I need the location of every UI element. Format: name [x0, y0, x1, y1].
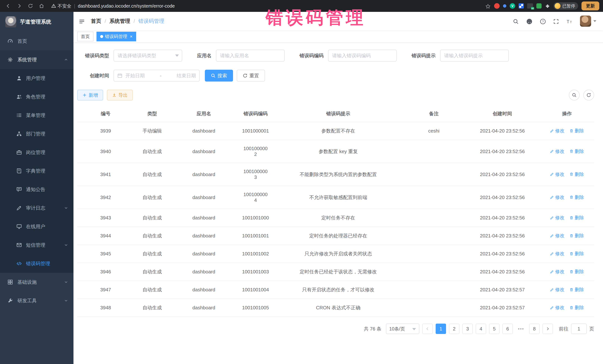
delete-link[interactable]: 删除 — [569, 171, 584, 177]
export-button[interactable]: 导出 — [107, 90, 133, 100]
edit-link[interactable]: 修改 — [550, 194, 564, 200]
address-bar[interactable]: 不安全 | dashboard.yudao.iocoder.cn/system/… — [51, 3, 483, 9]
user-menu[interactable] — [580, 16, 596, 27]
error-type-select-input[interactable] — [114, 50, 182, 62]
cell-message: 参数配置 key 重复 — [274, 140, 403, 163]
sidebar-item-sms-management[interactable]: 短信管理 — [0, 236, 73, 254]
forward-icon[interactable] — [15, 1, 24, 10]
app-name-input[interactable] — [216, 50, 285, 62]
reload-icon[interactable] — [26, 1, 35, 10]
breadcrumb-system[interactable]: 系统管理 — [109, 18, 130, 25]
edit-link[interactable]: 修改 — [550, 251, 564, 257]
page-button[interactable]: 8 — [529, 324, 540, 334]
sidebar-item-post-management[interactable]: 岗位管理 — [0, 143, 73, 162]
search-button[interactable]: 搜索 — [205, 70, 233, 82]
edit-link[interactable]: 修改 — [550, 215, 564, 221]
error-message-input[interactable] — [440, 50, 509, 62]
edit-link[interactable]: 修改 — [550, 232, 564, 239]
sidebar-item-user-management[interactable]: 用户管理 — [0, 69, 73, 88]
goto-page-input[interactable] — [571, 324, 587, 334]
sidebar-item-audit-log[interactable]: 审计日志 — [0, 199, 73, 217]
font-size-icon[interactable]: TT — [566, 18, 573, 25]
chevron-up-icon — [64, 57, 68, 62]
sidebar-toggle-icon[interactable] — [79, 18, 85, 25]
sidebar-item-infrastructure[interactable]: 基础设施 — [0, 273, 73, 291]
reset-button[interactable]: 重置 — [237, 70, 265, 82]
page-button[interactable]: 4 — [476, 324, 486, 334]
tab-error-code-management[interactable]: 错误码管理 × — [96, 32, 136, 41]
url-text: dashboard.yudao.iocoder.cn/system/error-… — [78, 3, 175, 9]
cell-actions: 修改 删除 — [540, 163, 594, 186]
sidebar-item-notice-management[interactable]: 通知公告 — [0, 180, 73, 199]
header-search-icon[interactable] — [513, 18, 519, 25]
cell-id: 3945 — [77, 245, 134, 263]
bookmark-star-icon[interactable] — [485, 3, 491, 10]
edit-link[interactable]: 修改 — [550, 269, 564, 275]
extension-green-icon[interactable] — [536, 3, 542, 9]
close-icon[interactable]: × — [130, 34, 132, 39]
tags-view-bar: 首页 错误码管理 × — [73, 30, 603, 43]
chevron-down-icon — [593, 20, 596, 22]
home-icon[interactable] — [37, 1, 46, 10]
fullscreen-icon[interactable] — [553, 18, 559, 25]
sidebar-item-online-users[interactable]: 在线用户 — [0, 217, 73, 236]
extensions-puzzle-icon[interactable] — [545, 3, 550, 10]
edit-link[interactable]: 修改 — [550, 128, 564, 134]
svg-text:T: T — [567, 19, 569, 24]
sidebar-item-home[interactable]: 首页 — [0, 32, 73, 50]
delete-link[interactable]: 删除 — [569, 251, 584, 257]
refresh-table-button[interactable] — [583, 90, 594, 100]
extension-grid-icon[interactable] — [519, 3, 524, 9]
prev-page-button[interactable] — [422, 324, 433, 334]
delete-link[interactable]: 删除 — [569, 305, 584, 311]
edit-link[interactable]: 修改 — [550, 171, 564, 177]
breadcrumb-home[interactable]: 首页 — [91, 18, 101, 25]
delete-link[interactable]: 删除 — [569, 148, 584, 154]
page-button[interactable]: 6 — [502, 324, 513, 334]
help-icon[interactable]: ? — [540, 18, 546, 25]
cell-time: 2021-04-20 23:52:56 — [465, 186, 540, 209]
profile-chip[interactable]: 已暂停 — [554, 2, 578, 10]
book-icon — [16, 168, 22, 174]
cell-note — [403, 163, 465, 186]
delete-link[interactable]: 删除 — [569, 194, 584, 200]
delete-link[interactable]: 删除 — [569, 287, 584, 293]
page-button[interactable]: 1 — [436, 324, 446, 334]
page-size-select[interactable]: 10条/页 — [386, 324, 419, 334]
sidebar-item-devtools[interactable]: 研发工具 — [0, 291, 73, 310]
page-button[interactable]: 3 — [462, 324, 473, 334]
extension-teal-icon[interactable]: V — [510, 3, 515, 9]
user-avatar — [580, 16, 591, 27]
delete-link[interactable]: 删除 — [569, 269, 584, 275]
sidebar-item-dict-management[interactable]: 字典管理 — [0, 162, 73, 180]
github-icon[interactable] — [526, 18, 533, 25]
back-icon[interactable] — [4, 1, 13, 10]
logo[interactable]: 芋道管理系统 — [0, 12, 73, 32]
add-button[interactable]: 新增 — [77, 90, 103, 100]
error-type-select[interactable] — [114, 50, 182, 62]
extension-red-icon[interactable] — [494, 3, 500, 9]
sidebar-item-dept-management[interactable]: 部门管理 — [0, 124, 73, 143]
next-page-button[interactable] — [543, 324, 553, 334]
page-button[interactable]: ••• — [516, 324, 526, 334]
error-code-input[interactable] — [328, 50, 397, 62]
sidebar-item-menu-management[interactable]: 菜单管理 — [0, 106, 73, 124]
extension-blue-dot-icon[interactable] — [503, 4, 506, 8]
page-button[interactable]: 5 — [489, 324, 499, 334]
browser-update-button[interactable]: 更新 — [581, 1, 599, 10]
extension-on-badge-icon[interactable] — [527, 3, 533, 9]
delete-link[interactable]: 删除 — [569, 215, 584, 221]
show-search-button[interactable] — [569, 90, 580, 100]
edit-link[interactable]: 修改 — [550, 287, 564, 293]
delete-link[interactable]: 删除 — [569, 232, 584, 239]
sidebar-item-error-code-management[interactable]: 错误码管理 — [0, 254, 73, 273]
trash-icon — [569, 195, 573, 199]
edit-link[interactable]: 修改 — [550, 305, 564, 311]
tab-home[interactable]: 首页 — [77, 32, 93, 41]
delete-link[interactable]: 删除 — [569, 128, 584, 134]
date-range-picker[interactable]: 开始日期 - 结束日期 — [114, 70, 200, 82]
page-button[interactable]: 2 — [449, 324, 459, 334]
edit-link[interactable]: 修改 — [550, 148, 564, 154]
sidebar-item-system-management[interactable]: 系统管理 — [0, 50, 73, 69]
sidebar-item-role-management[interactable]: 角色管理 — [0, 88, 73, 106]
